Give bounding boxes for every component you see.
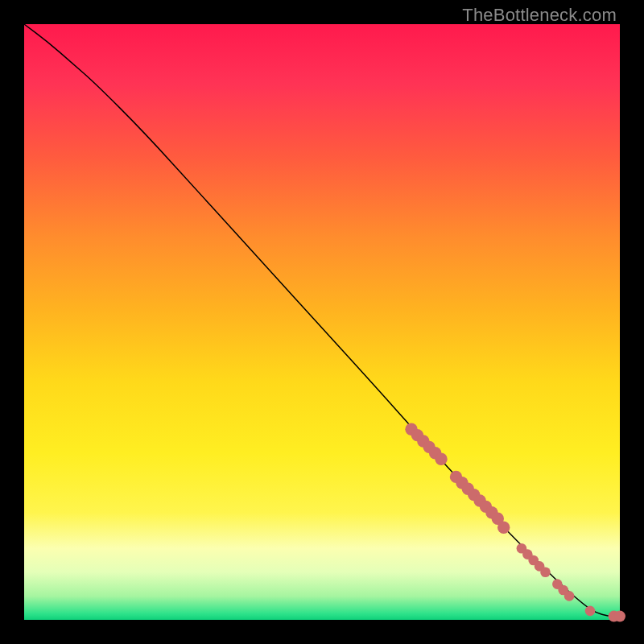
watermark-text: TheBottleneck.com <box>462 5 617 26</box>
plot-area <box>24 24 620 620</box>
bottleneck-curve <box>24 24 620 617</box>
data-point <box>540 568 551 578</box>
data-point <box>497 522 510 534</box>
data-points-group <box>405 423 625 622</box>
data-point <box>564 591 575 601</box>
data-point <box>585 606 596 617</box>
chart-wrap: TheBottleneck.com <box>0 0 644 644</box>
chart-svg <box>24 24 620 620</box>
data-point <box>614 611 625 622</box>
data-point <box>435 453 447 465</box>
